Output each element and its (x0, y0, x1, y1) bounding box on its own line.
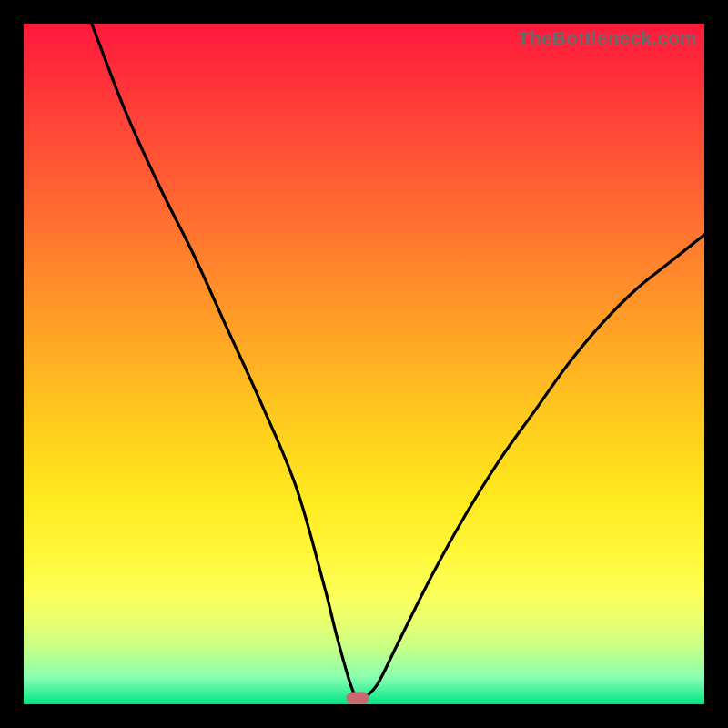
chart-frame: TheBottleneck.com (0, 0, 728, 728)
bottleneck-curve (24, 24, 704, 704)
optimal-point-marker (346, 692, 369, 703)
plot-area: TheBottleneck.com (24, 24, 704, 704)
